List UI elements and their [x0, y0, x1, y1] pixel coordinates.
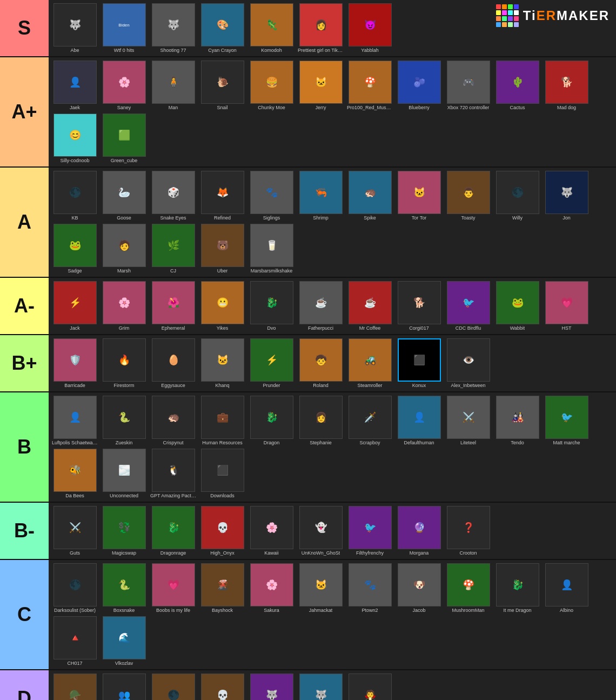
avatar: 🐻 — [201, 224, 244, 267]
item-label: CH017 — [67, 661, 82, 666]
list-item: 👤 Albino — [544, 563, 590, 613]
avatar: 🎮 — [447, 61, 490, 104]
item-label: Vlkozlav — [115, 661, 133, 666]
avatar: 👤 — [398, 396, 441, 439]
avatar: 🚜 — [349, 338, 392, 382]
avatar: 🐧 — [152, 449, 195, 492]
list-item: 🦎 Komodoh — [249, 3, 294, 53]
list-item: 🌊 Vlkozlav — [101, 616, 147, 666]
item-label: Chunky Moe — [258, 105, 285, 110]
avatar: 💀 — [201, 506, 244, 549]
item-label: Scrapboy — [359, 440, 380, 445]
avatar: 🛡️ — [53, 338, 97, 382]
list-item: 🌫️ Unconnected — [101, 449, 147, 498]
item-label: Firestorm — [114, 383, 135, 388]
item-label: Jahmackat — [309, 608, 333, 613]
list-item: 🌿 CJ — [150, 224, 196, 274]
list-item: 🌺 Ephemeral — [150, 281, 196, 331]
list-item: 🐦 Matt marche — [544, 396, 590, 445]
item-label: Boxsnake — [113, 608, 135, 613]
avatar: 🐦 — [349, 506, 392, 549]
avatar: 🐝 — [53, 449, 97, 492]
item-label: Matt marche — [553, 440, 580, 445]
item-label: Khanq — [215, 383, 229, 388]
item-label: Siglings — [263, 215, 280, 221]
list-item: 🌵 Cactus — [494, 61, 540, 110]
avatar: 🐕 — [398, 281, 441, 324]
list-item: 🐝 Da Bees — [52, 449, 98, 498]
item-label: Grim — [119, 325, 130, 331]
avatar: 💗 — [545, 281, 588, 324]
item-label: Cactus — [510, 105, 525, 110]
avatar: 🌵 — [496, 61, 539, 104]
item-label: Silly-codnoob — [60, 158, 89, 163]
avatar: 😬 — [201, 281, 244, 324]
item-label: Dvo — [267, 325, 276, 331]
avatar: 🌸 — [103, 281, 146, 324]
list-item: 🌑 Darksoulist (Sober) — [52, 563, 98, 613]
list-item: 🐸 Wabbit — [494, 281, 540, 331]
avatar: 🐌 — [201, 61, 244, 104]
item-label: Snail — [217, 105, 227, 110]
list-item: 🐕 Mad dog — [544, 61, 590, 110]
list-item: 🦐 Shrimp — [298, 171, 344, 221]
item-label: Guts — [70, 550, 80, 556]
item-label: Kawaii — [264, 550, 279, 556]
list-item: ☕ Mr Coffee — [347, 281, 393, 331]
avatar: 👁️ — [447, 338, 490, 382]
list-item: 🦊 Refined — [199, 171, 245, 221]
item-label: Tendo — [511, 440, 524, 445]
avatar: 💱 — [103, 506, 146, 549]
list-item: 🍔 Chunky Moe — [249, 61, 294, 110]
item-label: Unconnected — [110, 493, 138, 498]
avatar: 🦐 — [299, 171, 343, 214]
list-item: 😬 Yikes — [199, 281, 245, 331]
avatar: 👤 — [53, 61, 97, 104]
item-label: UnKnoWn_GhoSt — [302, 550, 340, 556]
logo-grid — [496, 4, 519, 27]
avatar: 🐸 — [53, 224, 97, 267]
item-label: Crooton — [459, 550, 477, 556]
item-label: Jack — [70, 325, 80, 331]
avatar: 🐸 — [496, 281, 539, 324]
list-item: 👁️ Alex_Inbetween — [445, 338, 491, 388]
tier-items-aplus: 👤 Jaek 🌸 Saney 🧍 Man 🐌 Snail 🍔 Chunky Mo… — [49, 57, 616, 166]
avatar: ☕ — [349, 281, 392, 324]
avatar: 🐺 — [250, 674, 293, 700]
avatar: 🔺 — [53, 616, 97, 659]
list-item: 🐱 Jahmackat — [298, 563, 344, 613]
list-item: 🛡️ Barricade — [52, 338, 98, 388]
avatar: 🐺 — [53, 3, 97, 46]
avatar: 🐱 — [299, 563, 343, 606]
item-label: Cyan Crayon — [208, 48, 237, 53]
avatar: 🐉 — [496, 563, 539, 606]
avatar: 🧛 — [349, 674, 392, 700]
list-item: 🧒 Roland — [298, 338, 344, 388]
avatar: 🐦 — [447, 281, 490, 324]
item-label: Roland — [313, 383, 329, 388]
list-item: 🐱 Tor Tor — [396, 171, 442, 221]
item-label: Shooting 77 — [160, 48, 186, 53]
tier-items-bplus: 🛡️ Barricade 🔥 Firestorm 🥚 Eggysauce 🐱 K… — [49, 335, 616, 391]
list-item: 🔺 CH017 — [52, 616, 98, 666]
item-label: Wtf 0 hits — [114, 48, 135, 53]
list-item: 🥛 Marsbarsmilkshake — [249, 224, 294, 274]
list-item: 🌸 Grim — [101, 281, 147, 331]
tier-list: TiERMAKER S 🐺 Abe Biden Wtf 0 hits 🐺 Sho… — [0, 0, 616, 700]
item-label: CJ — [170, 268, 176, 274]
list-item: ❓ Crooton — [445, 506, 491, 556]
list-item: 🐉 Dragon — [249, 396, 294, 445]
item-label: Xbox 720 controller — [447, 105, 490, 110]
list-item: 🐉 Dragonrage — [150, 506, 196, 556]
tier-row-aplus: A+ 👤 Jaek 🌸 Saney 🧍 Man 🐌 Snail 🍔 Chunky… — [0, 57, 616, 168]
avatar: Biden — [103, 3, 146, 46]
avatar: 🟩 — [103, 114, 146, 157]
list-item: 🌸 Sakura — [249, 563, 294, 613]
list-item: 🐺 Abe — [52, 3, 98, 53]
avatar: ☕ — [299, 281, 343, 324]
item-label: Willy — [512, 215, 523, 221]
tier-row-c: C 🌑 Darksoulist (Sober) 🐍 Boxsnake 💗 Boo… — [0, 560, 616, 670]
list-item: 🐸 Sadge — [52, 224, 98, 274]
avatar: 🐱 — [398, 171, 441, 214]
item-label: Boobs is my life — [156, 608, 190, 613]
